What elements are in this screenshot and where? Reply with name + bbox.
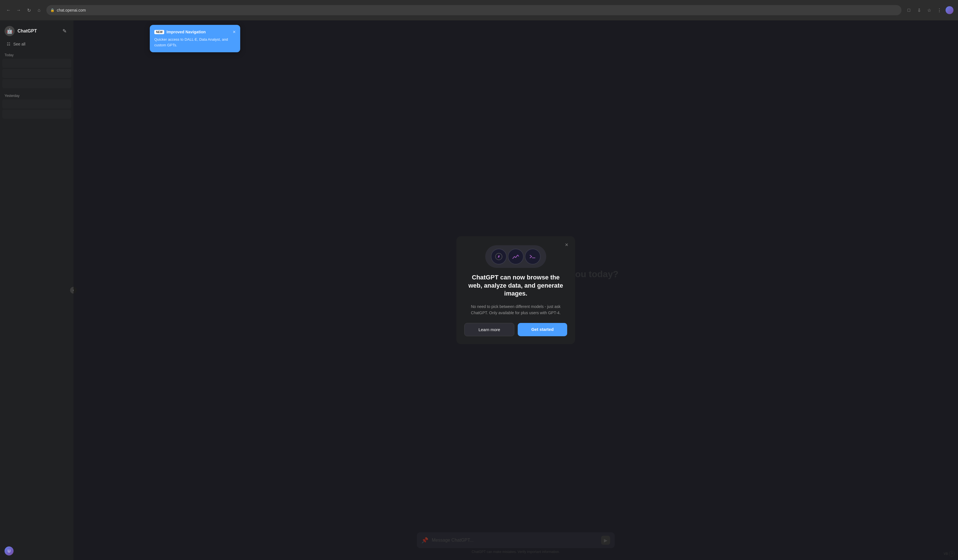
new-tab-button[interactable]: □ <box>905 6 913 14</box>
home-button[interactable]: ⌂ <box>35 6 43 14</box>
modal-description: No need to pick between different models… <box>464 303 567 316</box>
history-item-today-3[interactable] <box>2 79 71 88</box>
get-started-button[interactable]: Get started <box>518 323 567 336</box>
modal-buttons: Learn more Get started <box>464 323 567 336</box>
modal-dialog: × <box>457 236 575 344</box>
sidebar-header: 🤖 ChatGPT ✎ <box>0 24 73 38</box>
sidebar: 🤖 ChatGPT ✎ ☷ See all Today Yesterday ‹ … <box>0 21 73 560</box>
compass-icon <box>495 252 503 260</box>
sidebar-brand: 🤖 ChatGPT <box>5 26 37 36</box>
terminal-icon-circle <box>525 249 541 265</box>
analyze-icon-circle <box>508 249 523 265</box>
browse-icon-circle <box>491 249 507 265</box>
browser-chrome: ← → ↻ ⌂ 🔒 chat.openai.com □ ⇩ ☆ ⋮ <box>0 0 958 21</box>
toast-close-button[interactable]: × <box>233 29 236 35</box>
modal-close-button[interactable]: × <box>563 241 571 249</box>
brand-name: ChatGPT <box>17 29 37 33</box>
toast-title: Improved Navigation <box>167 30 205 34</box>
toast-notification: NEW Improved Navigation × Quicker access… <box>150 25 240 52</box>
learn-more-button[interactable]: Learn more <box>464 323 514 336</box>
modal-title: ChatGPT can now browse the web, analyze … <box>464 273 567 298</box>
user-avatar[interactable]: U <box>5 546 14 555</box>
see-all-label: See all <box>13 42 25 46</box>
feature-icon-strip <box>485 245 546 268</box>
star-button[interactable]: ☆ <box>925 6 933 14</box>
grid-icon: ☷ <box>7 42 11 46</box>
refresh-button[interactable]: ↻ <box>25 6 33 14</box>
today-section-label: Today <box>0 49 73 59</box>
history-item-yesterday-1[interactable] <box>2 100 71 108</box>
svg-marker-2 <box>498 255 499 255</box>
forward-button[interactable]: → <box>15 6 22 14</box>
toast-body: Quicker access to DALL·E, Data Analyst, … <box>154 37 236 48</box>
brand-icon: 🤖 <box>5 26 15 36</box>
url-text: chat.openai.com <box>57 8 86 13</box>
sidebar-see-all[interactable]: ☷ See all <box>2 40 71 49</box>
terminal-icon <box>529 252 537 260</box>
download-button[interactable]: ⇩ <box>915 6 923 14</box>
new-chat-button[interactable]: ✎ <box>60 27 69 36</box>
chart-icon <box>512 252 520 260</box>
app-layout: 🤖 ChatGPT ✎ ☷ See all Today Yesterday ‹ … <box>0 21 958 560</box>
toast-new-badge: NEW <box>154 30 164 34</box>
toast-header: NEW Improved Navigation × <box>154 29 236 35</box>
history-item-yesterday-2[interactable] <box>2 109 71 119</box>
history-item-today-1[interactable] <box>2 59 71 68</box>
browser-actions: □ ⇩ ☆ ⋮ <box>905 6 953 14</box>
browser-nav-buttons: ← → ↻ ⌂ <box>5 6 43 14</box>
profile-icon[interactable] <box>945 6 953 14</box>
main-content: NEW Improved Navigation × Quicker access… <box>73 21 958 560</box>
toast-title-row: NEW Improved Navigation <box>154 30 206 34</box>
menu-button[interactable]: ⋮ <box>936 6 943 14</box>
address-bar[interactable]: 🔒 chat.openai.com <box>46 5 901 15</box>
lock-icon: 🔒 <box>50 8 54 12</box>
svg-marker-1 <box>498 256 500 258</box>
modal-overlay: × <box>73 21 958 560</box>
history-item-today-2[interactable] <box>2 69 71 78</box>
yesterday-section-label: Yesterday <box>0 89 73 100</box>
back-button[interactable]: ← <box>5 6 13 14</box>
